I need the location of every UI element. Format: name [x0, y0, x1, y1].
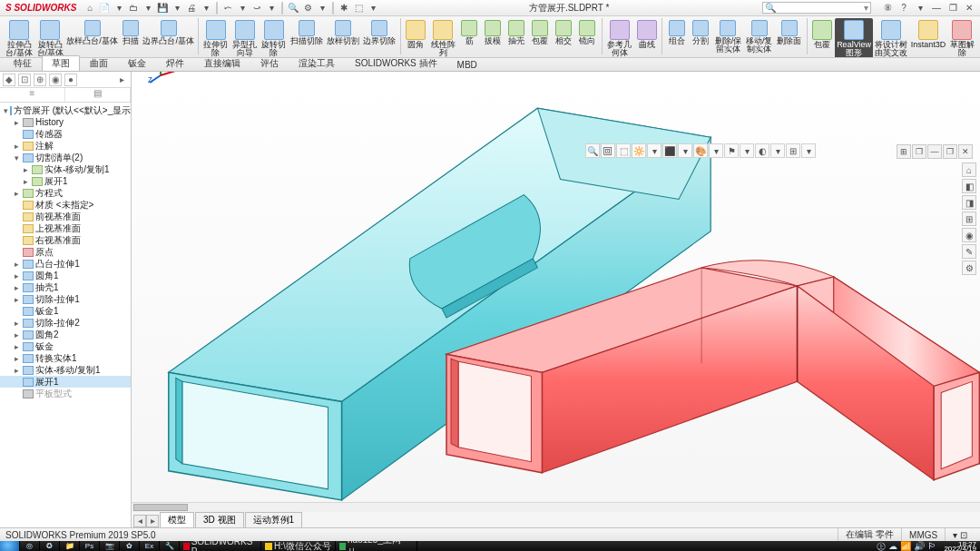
taskbar-pinned-icon[interactable]: 📷 — [100, 541, 120, 551]
filter-tab-icon[interactable]: ⊡ — [18, 74, 31, 86]
qat-button[interactable]: ▾ — [200, 2, 212, 15]
ribbon-button[interactable]: 移动/复制实体 — [744, 18, 775, 55]
qat-button[interactable]: ⤻ — [250, 2, 263, 15]
tree-node[interactable]: 钣金1 — [0, 305, 131, 317]
command-tab[interactable]: 焊件 — [156, 55, 194, 71]
ribbon-button[interactable]: 线性阵列 — [428, 18, 457, 58]
taskbar-pinned-icon[interactable]: 📁 — [60, 541, 80, 551]
motion-scroll-button[interactable]: ◂ — [133, 515, 146, 527]
feature-panel-tab[interactable]: ▤ — [65, 88, 131, 102]
tree-node[interactable]: 传感器 — [0, 128, 131, 140]
tree-node[interactable]: 右视基准面 — [0, 234, 131, 246]
ribbon-button[interactable]: 拔模 — [481, 18, 505, 47]
qat-button[interactable]: ▾ — [316, 2, 328, 15]
tree-node[interactable]: ▸展开1 — [0, 175, 131, 187]
command-tab[interactable]: SOLIDWORKS 插件 — [345, 55, 447, 71]
start-button[interactable] — [0, 541, 20, 551]
ribbon-button[interactable]: 将设计树由英文改成中文 — [873, 18, 909, 58]
search-options-icon[interactable]: ▾ — [862, 3, 870, 13]
tree-node[interactable]: 展开1 — [0, 376, 131, 388]
tree-node[interactable]: ▾方管展开 (默认<<默认>_显示状态 1>) — [0, 104, 131, 116]
tree-node[interactable]: 原点 — [0, 246, 131, 258]
taskbar-pinned-icon[interactable]: ◎ — [20, 541, 40, 551]
ribbon-button[interactable]: 删除面 — [775, 18, 804, 47]
ribbon-button[interactable]: 包覆 — [810, 18, 836, 51]
panel-collapse-icon[interactable]: ▸ — [115, 74, 128, 86]
system-tray[interactable]: ㊤☁📶🔊🏳 — [873, 540, 940, 552]
ribbon-button[interactable]: 删除/保留实体 — [712, 18, 743, 55]
command-tab[interactable]: 曲面 — [80, 55, 118, 71]
tree-node[interactable]: 材质 <未指定> — [0, 199, 131, 211]
qat-button[interactable]: ▾ — [265, 2, 278, 15]
ribbon-button[interactable]: 边界切除 — [361, 18, 397, 47]
command-tab[interactable]: MBD — [447, 58, 487, 71]
qat-button[interactable]: ✱ — [338, 2, 350, 15]
tree-node[interactable]: ▸方程式 — [0, 187, 131, 199]
ribbon-button[interactable]: 放样凸台/基体 — [65, 18, 118, 47]
qat-button[interactable]: ▾ — [142, 2, 154, 15]
tree-node[interactable]: ▸抽壳1 — [0, 281, 131, 293]
tree-node[interactable]: ▸切除-拉伸2 — [0, 317, 131, 329]
qat-button[interactable]: ⤺ — [221, 2, 234, 15]
tree-node[interactable]: 上视基准面 — [0, 222, 131, 234]
motion-tab[interactable]: 运动算例1 — [245, 512, 303, 527]
filter-tab-icon[interactable]: ⊕ — [34, 74, 46, 86]
taskbar-task[interactable]: H:\微信公众号 — [261, 541, 336, 551]
qat-button[interactable]: 🖨 — [185, 2, 198, 15]
orientation-triad[interactable]: y x z — [148, 72, 980, 498]
command-tab[interactable]: 钣金 — [118, 55, 156, 71]
qat-button[interactable]: ▾ — [236, 2, 249, 15]
tree-node[interactable]: ▸凸台-拉伸1 — [0, 258, 131, 270]
search-box[interactable]: 🔍 ▾ — [762, 2, 871, 14]
ribbon-button[interactable]: 旋转凸台/基体 — [34, 18, 65, 58]
command-tab[interactable]: 渲染工具 — [289, 55, 345, 71]
tree-node[interactable]: ▸History — [0, 116, 131, 128]
ribbon-button[interactable]: 包覆 — [528, 18, 552, 47]
tree-node[interactable]: 平板型式 — [0, 388, 131, 399]
filter-tab-icon[interactable]: ● — [64, 74, 77, 86]
help-dd-icon[interactable]: ▾ — [915, 3, 926, 13]
ribbon-button[interactable]: 镜向 — [575, 18, 599, 47]
ribbon-button[interactable]: 放样切割 — [325, 18, 361, 47]
taskbar-clock[interactable]: 18:272022/4/19 — [940, 542, 980, 551]
ribbon-button[interactable]: 参考几何体 — [605, 18, 634, 58]
viewport-hscroll[interactable] — [132, 502, 980, 512]
motion-tab[interactable]: 3D 视图 — [195, 512, 244, 527]
qat-button[interactable]: ⌂ — [83, 2, 96, 15]
minimize-button[interactable]: — — [931, 3, 942, 13]
qat-button[interactable]: ▾ — [367, 2, 379, 15]
tree-node[interactable]: ▸钣金 — [0, 340, 131, 352]
command-tab[interactable]: 直接编辑 — [194, 55, 250, 71]
ribbon-button[interactable]: 相交 — [552, 18, 575, 47]
taskbar-task[interactable]: SOLIDWORKS P… — [180, 541, 261, 551]
ribbon-button[interactable]: RealView图形 — [835, 18, 873, 58]
taskbar-pinned-icon[interactable]: ✪ — [40, 541, 60, 551]
taskbar-pinned-icon[interactable]: Ps — [80, 541, 100, 551]
tree-node[interactable]: ▸切除-拉伸1 — [0, 293, 131, 305]
command-tab[interactable]: 草图 — [42, 55, 80, 71]
status-extra[interactable]: ▾ ⊡ — [945, 528, 975, 541]
ribbon-button[interactable]: 分割 — [689, 18, 712, 47]
tree-node[interactable]: ▸注解 — [0, 140, 131, 152]
ribbon-button[interactable]: 筋 — [457, 18, 481, 47]
ribbon-button[interactable]: 抽壳 — [505, 18, 528, 47]
ribbon-button[interactable]: 圆角 — [404, 18, 429, 51]
tree-node[interactable]: ▸圆角2 — [0, 329, 131, 340]
filter-tab-icon[interactable]: ◆ — [3, 74, 15, 86]
qat-button[interactable]: 🗀 — [127, 2, 140, 15]
close-button[interactable]: ✕ — [964, 3, 975, 13]
ribbon-button[interactable]: 旋转切除 — [260, 18, 289, 58]
tree-node[interactable]: ▾切割清单(2) — [0, 152, 131, 163]
ribbon-button[interactable]: 拉伸切除 — [201, 18, 230, 58]
qat-button[interactable]: ⬚ — [352, 2, 365, 15]
ribbon-button[interactable]: 草图解除 — [947, 18, 976, 58]
qat-button[interactable]: 📄 — [98, 2, 111, 15]
motion-scroll-button[interactable]: ▸ — [146, 515, 159, 527]
qat-button[interactable]: 🔍 — [287, 2, 299, 15]
motion-tab[interactable]: 模型 — [160, 512, 194, 527]
help1-icon[interactable]: ⑧ — [882, 3, 893, 13]
ribbon-button[interactable]: 边界凸台/基体 — [142, 18, 195, 47]
tree-node[interactable]: ▸实体-移动/复制1 — [0, 163, 131, 175]
ribbon-button[interactable]: 扫描切除 — [289, 18, 325, 47]
qat-button[interactable]: 💾 — [156, 2, 169, 15]
